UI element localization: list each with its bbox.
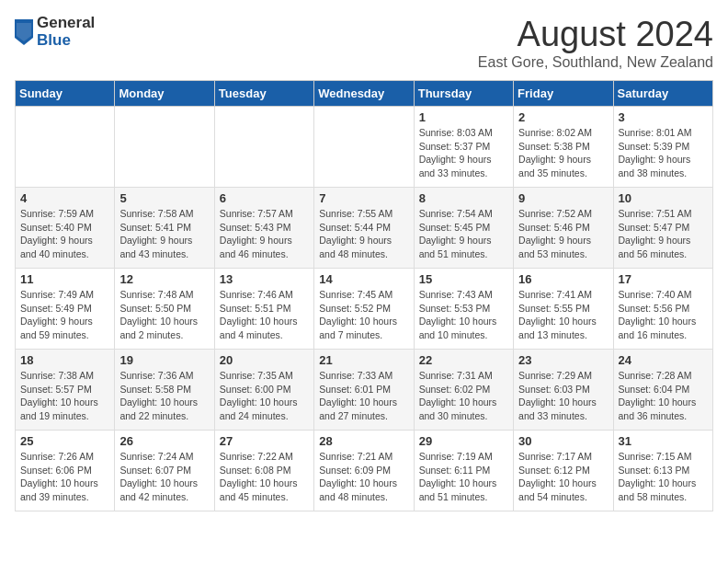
- logo: General Blue: [15, 15, 95, 49]
- calendar-cell: 7Sunrise: 7:55 AM Sunset: 5:44 PM Daylig…: [314, 188, 414, 269]
- week-row-1: 1Sunrise: 8:03 AM Sunset: 5:37 PM Daylig…: [16, 107, 713, 188]
- day-number: 3: [619, 110, 708, 124]
- day-info: Sunrise: 7:36 AM Sunset: 5:58 PM Dayligh…: [119, 369, 209, 423]
- day-info: Sunrise: 7:22 AM Sunset: 6:08 PM Dayligh…: [220, 450, 309, 504]
- calendar-cell: 28Sunrise: 7:21 AM Sunset: 6:09 PM Dayli…: [314, 431, 414, 511]
- day-info: Sunrise: 7:38 AM Sunset: 5:57 PM Dayligh…: [20, 369, 109, 423]
- weekday-header-row: SundayMondayTuesdayWednesdayThursdayFrid…: [16, 81, 713, 107]
- day-info: Sunrise: 7:57 AM Sunset: 5:43 PM Dayligh…: [220, 207, 309, 261]
- day-number: 6: [220, 191, 309, 205]
- calendar-cell: 20Sunrise: 7:35 AM Sunset: 6:00 PM Dayli…: [214, 350, 313, 431]
- day-info: Sunrise: 7:45 AM Sunset: 5:52 PM Dayligh…: [319, 288, 408, 342]
- day-info: Sunrise: 7:19 AM Sunset: 6:11 PM Dayligh…: [419, 450, 508, 504]
- day-info: Sunrise: 7:35 AM Sunset: 6:00 PM Dayligh…: [220, 369, 309, 423]
- weekday-header-tuesday: Tuesday: [214, 81, 313, 107]
- calendar-cell: 11Sunrise: 7:49 AM Sunset: 5:49 PM Dayli…: [16, 269, 115, 350]
- day-number: 15: [419, 272, 508, 286]
- calendar-cell: 29Sunrise: 7:19 AM Sunset: 6:11 PM Dayli…: [414, 431, 513, 511]
- logo-general: General: [37, 15, 95, 32]
- day-number: 30: [518, 434, 608, 448]
- day-number: 29: [419, 434, 508, 448]
- day-info: Sunrise: 7:59 AM Sunset: 5:40 PM Dayligh…: [20, 207, 109, 261]
- calendar-cell: 25Sunrise: 7:26 AM Sunset: 6:06 PM Dayli…: [16, 431, 115, 511]
- day-info: Sunrise: 7:49 AM Sunset: 5:49 PM Dayligh…: [20, 288, 109, 342]
- day-info: Sunrise: 7:33 AM Sunset: 6:01 PM Dayligh…: [319, 369, 408, 423]
- day-info: Sunrise: 7:51 AM Sunset: 5:47 PM Dayligh…: [619, 207, 708, 261]
- day-info: Sunrise: 7:31 AM Sunset: 6:02 PM Dayligh…: [419, 369, 508, 423]
- calendar-cell: 9Sunrise: 7:52 AM Sunset: 5:46 PM Daylig…: [514, 188, 613, 269]
- calendar-cell: 10Sunrise: 7:51 AM Sunset: 5:47 PM Dayli…: [613, 188, 712, 269]
- calendar-cell: 23Sunrise: 7:29 AM Sunset: 6:03 PM Dayli…: [514, 350, 613, 431]
- calendar-cell: 1Sunrise: 8:03 AM Sunset: 5:37 PM Daylig…: [414, 107, 513, 188]
- day-number: 21: [319, 353, 408, 367]
- header: General Blue August 2024 East Gore, Sout…: [15, 15, 713, 71]
- location-title: East Gore, Southland, New Zealand: [478, 54, 713, 71]
- day-number: 23: [518, 353, 608, 367]
- day-number: 17: [619, 272, 708, 286]
- calendar-cell: 14Sunrise: 7:45 AM Sunset: 5:52 PM Dayli…: [314, 269, 414, 350]
- day-number: 14: [319, 272, 408, 286]
- calendar-cell: 12Sunrise: 7:48 AM Sunset: 5:50 PM Dayli…: [115, 269, 214, 350]
- day-number: 25: [20, 434, 109, 448]
- week-row-3: 11Sunrise: 7:49 AM Sunset: 5:49 PM Dayli…: [16, 269, 713, 350]
- calendar-cell: 3Sunrise: 8:01 AM Sunset: 5:39 PM Daylig…: [613, 107, 712, 188]
- day-number: 31: [619, 434, 708, 448]
- day-info: Sunrise: 7:55 AM Sunset: 5:44 PM Dayligh…: [319, 207, 408, 261]
- weekday-header-sunday: Sunday: [16, 81, 115, 107]
- day-number: 26: [119, 434, 209, 448]
- day-info: Sunrise: 7:46 AM Sunset: 5:51 PM Dayligh…: [220, 288, 309, 342]
- day-number: 10: [619, 191, 708, 205]
- calendar-cell: 2Sunrise: 8:02 AM Sunset: 5:38 PM Daylig…: [514, 107, 613, 188]
- calendar-cell: 6Sunrise: 7:57 AM Sunset: 5:43 PM Daylig…: [214, 188, 313, 269]
- calendar-cell: 21Sunrise: 7:33 AM Sunset: 6:01 PM Dayli…: [314, 350, 414, 431]
- day-info: Sunrise: 7:28 AM Sunset: 6:04 PM Dayligh…: [619, 369, 708, 423]
- day-number: 27: [220, 434, 309, 448]
- calendar-cell: 26Sunrise: 7:24 AM Sunset: 6:07 PM Dayli…: [115, 431, 214, 511]
- day-number: 19: [119, 353, 209, 367]
- logo-icon: [15, 19, 33, 45]
- week-row-4: 18Sunrise: 7:38 AM Sunset: 5:57 PM Dayli…: [16, 350, 713, 431]
- calendar-cell: 30Sunrise: 7:17 AM Sunset: 6:12 PM Dayli…: [514, 431, 613, 511]
- weekday-header-saturday: Saturday: [613, 81, 712, 107]
- weekday-header-wednesday: Wednesday: [314, 81, 414, 107]
- day-info: Sunrise: 7:21 AM Sunset: 6:09 PM Dayligh…: [319, 450, 408, 504]
- calendar-cell: [214, 107, 313, 188]
- weekday-header-monday: Monday: [115, 81, 214, 107]
- day-number: 5: [119, 191, 209, 205]
- day-number: 24: [619, 353, 708, 367]
- day-info: Sunrise: 7:48 AM Sunset: 5:50 PM Dayligh…: [119, 288, 209, 342]
- day-info: Sunrise: 7:15 AM Sunset: 6:13 PM Dayligh…: [619, 450, 708, 504]
- logo-blue: Blue: [37, 32, 95, 50]
- week-row-5: 25Sunrise: 7:26 AM Sunset: 6:06 PM Dayli…: [16, 431, 713, 511]
- day-info: Sunrise: 8:02 AM Sunset: 5:38 PM Dayligh…: [518, 126, 608, 180]
- day-number: 18: [20, 353, 109, 367]
- day-number: 20: [220, 353, 309, 367]
- day-number: 13: [220, 272, 309, 286]
- day-number: 12: [119, 272, 209, 286]
- day-info: Sunrise: 7:54 AM Sunset: 5:45 PM Dayligh…: [419, 207, 508, 261]
- day-number: 16: [518, 272, 608, 286]
- calendar-cell: [16, 107, 115, 188]
- day-info: Sunrise: 7:17 AM Sunset: 6:12 PM Dayligh…: [518, 450, 608, 504]
- day-number: 7: [319, 191, 408, 205]
- day-number: 11: [20, 272, 109, 286]
- day-info: Sunrise: 7:26 AM Sunset: 6:06 PM Dayligh…: [20, 450, 109, 504]
- logo-text: General Blue: [37, 15, 95, 49]
- day-number: 4: [20, 191, 109, 205]
- day-info: Sunrise: 8:01 AM Sunset: 5:39 PM Dayligh…: [619, 126, 708, 180]
- day-info: Sunrise: 7:58 AM Sunset: 5:41 PM Dayligh…: [119, 207, 209, 261]
- calendar-cell: [314, 107, 414, 188]
- calendar-cell: 5Sunrise: 7:58 AM Sunset: 5:41 PM Daylig…: [115, 188, 214, 269]
- day-number: 2: [518, 110, 608, 124]
- calendar-cell: 24Sunrise: 7:28 AM Sunset: 6:04 PM Dayli…: [613, 350, 712, 431]
- calendar-cell: 31Sunrise: 7:15 AM Sunset: 6:13 PM Dayli…: [613, 431, 712, 511]
- calendar-cell: 27Sunrise: 7:22 AM Sunset: 6:08 PM Dayli…: [214, 431, 313, 511]
- title-section: August 2024 East Gore, Southland, New Ze…: [478, 15, 713, 71]
- day-info: Sunrise: 7:29 AM Sunset: 6:03 PM Dayligh…: [518, 369, 608, 423]
- day-number: 9: [518, 191, 608, 205]
- weekday-header-thursday: Thursday: [414, 81, 513, 107]
- day-info: Sunrise: 8:03 AM Sunset: 5:37 PM Dayligh…: [419, 126, 508, 180]
- calendar-cell: 8Sunrise: 7:54 AM Sunset: 5:45 PM Daylig…: [414, 188, 513, 269]
- calendar-cell: 19Sunrise: 7:36 AM Sunset: 5:58 PM Dayli…: [115, 350, 214, 431]
- day-info: Sunrise: 7:40 AM Sunset: 5:56 PM Dayligh…: [619, 288, 708, 342]
